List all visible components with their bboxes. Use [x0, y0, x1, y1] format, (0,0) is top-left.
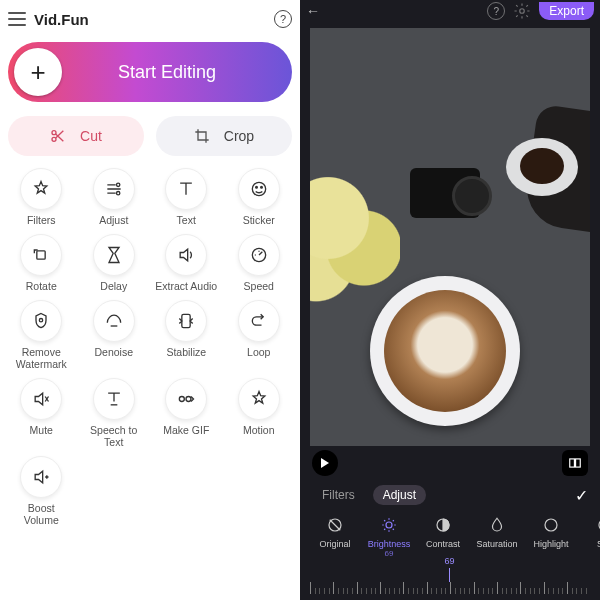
playback-row: [300, 446, 600, 480]
preview-decor: [506, 138, 578, 196]
settings-icon[interactable]: [513, 2, 531, 20]
aspect-button[interactable]: [562, 450, 588, 476]
tool-motion[interactable]: Motion: [226, 378, 293, 448]
motion-icon: [238, 378, 280, 420]
scissors-icon: [50, 128, 66, 144]
tool-filters[interactable]: Filters: [8, 168, 75, 226]
tool-adjust[interactable]: Adjust: [81, 168, 148, 226]
svg-rect-10: [182, 314, 190, 327]
preview-decor: [410, 168, 480, 218]
delay-icon: [93, 234, 135, 276]
tool-rotate[interactable]: Rotate: [8, 234, 75, 292]
tool-label: Extract Audio: [155, 280, 217, 292]
adjust-shadow[interactable]: Sha: [580, 514, 600, 549]
back-icon[interactable]: ←: [306, 3, 320, 19]
video-preview[interactable]: [310, 28, 590, 446]
adjust-brightness[interactable]: Brightness69: [364, 514, 414, 558]
tab-adjust[interactable]: Adjust: [373, 485, 426, 505]
tool-grid: FiltersAdjustTextStickerRotateDelayExtra…: [8, 168, 292, 526]
tool-mute[interactable]: Mute: [8, 378, 75, 448]
adjust-saturation[interactable]: Saturation: [472, 514, 522, 549]
tool-label: Boost Volume: [9, 502, 73, 526]
svg-rect-7: [37, 251, 45, 259]
svg-point-9: [40, 319, 43, 322]
speed-icon: [238, 234, 280, 276]
tool-delay[interactable]: Delay: [81, 234, 148, 292]
tool-stabilize[interactable]: Stabilize: [153, 300, 220, 370]
svg-rect-15: [576, 459, 581, 467]
start-editing-button[interactable]: + Start Editing: [8, 42, 292, 102]
tool-label: Sticker: [243, 214, 275, 226]
svg-rect-14: [570, 459, 575, 467]
adjust-value: 69: [385, 549, 394, 558]
text-icon: [165, 168, 207, 210]
app-brand: Vid.Fun: [34, 11, 89, 28]
adjust-icon: [93, 168, 135, 210]
loop-icon: [238, 300, 280, 342]
svg-point-4: [252, 182, 265, 195]
boost-volume-icon: [20, 456, 62, 498]
tool-speed[interactable]: Speed: [226, 234, 293, 292]
crop-button[interactable]: Crop: [156, 116, 292, 156]
svg-point-0: [52, 131, 56, 135]
shadow-icon: [594, 514, 600, 536]
stabilize-icon: [165, 300, 207, 342]
make-gif-icon: [165, 378, 207, 420]
mute-icon: [20, 378, 62, 420]
tool-make-gif[interactable]: Make GIF: [153, 378, 220, 448]
svg-point-19: [545, 519, 557, 531]
svg-point-3: [116, 192, 119, 195]
help-icon[interactable]: ?: [274, 10, 292, 28]
tool-denoise[interactable]: Denoise: [81, 300, 148, 370]
original-icon: [324, 514, 346, 536]
info-icon[interactable]: ?: [487, 2, 505, 20]
export-button[interactable]: Export: [539, 2, 594, 20]
svg-point-6: [260, 187, 262, 189]
remove-watermark-icon: [20, 300, 62, 342]
tool-loop[interactable]: Loop: [226, 300, 293, 370]
svg-point-13: [520, 9, 525, 14]
tool-label: Text: [177, 214, 196, 226]
tool-label: Speech to Text: [82, 424, 146, 448]
tool-label: Speed: [244, 280, 274, 292]
adjust-label: Contrast: [426, 539, 460, 549]
adjust-contrast[interactable]: Contrast: [418, 514, 468, 549]
adjust-highlight[interactable]: Highlight: [526, 514, 576, 549]
confirm-icon[interactable]: ✓: [575, 486, 588, 505]
tool-label: Rotate: [26, 280, 57, 292]
tool-boost-volume[interactable]: Boost Volume: [8, 456, 75, 526]
sticker-icon: [238, 168, 280, 210]
adjust-label: Brightness: [368, 539, 411, 549]
plus-icon: +: [14, 48, 62, 96]
highlight-icon: [540, 514, 562, 536]
tab-filters[interactable]: Filters: [312, 485, 365, 505]
tool-speech-to-text[interactable]: Speech to Text: [81, 378, 148, 448]
tool-text[interactable]: Text: [153, 168, 220, 226]
tool-label: Motion: [243, 424, 275, 436]
adjust-original[interactable]: Original: [310, 514, 360, 549]
tool-label: Remove Watermark: [9, 346, 73, 370]
tool-label: Delay: [100, 280, 127, 292]
cut-button[interactable]: Cut: [8, 116, 144, 156]
value-slider[interactable]: 69: [310, 568, 590, 594]
rotate-icon: [20, 234, 62, 276]
svg-point-11: [180, 397, 185, 402]
editor-top-bar: ← ? Export: [300, 0, 600, 22]
svg-point-1: [52, 137, 56, 141]
adjust-tab-row: Filters Adjust ✓: [300, 480, 600, 510]
crop-label: Crop: [224, 128, 254, 144]
svg-point-2: [116, 183, 119, 186]
filters-icon: [20, 168, 62, 210]
tool-label: Adjust: [99, 214, 128, 226]
svg-point-5: [255, 187, 257, 189]
menu-icon[interactable]: [8, 12, 26, 26]
tool-label: Make GIF: [163, 424, 209, 436]
tool-label: Denoise: [94, 346, 133, 358]
denoise-icon: [93, 300, 135, 342]
tool-sticker[interactable]: Sticker: [226, 168, 293, 226]
play-button[interactable]: [312, 450, 338, 476]
slider-value-label: 69: [444, 556, 454, 566]
tool-remove-watermark[interactable]: Remove Watermark: [8, 300, 75, 370]
adjust-label: Original: [319, 539, 350, 549]
tool-extract-audio[interactable]: Extract Audio: [153, 234, 220, 292]
